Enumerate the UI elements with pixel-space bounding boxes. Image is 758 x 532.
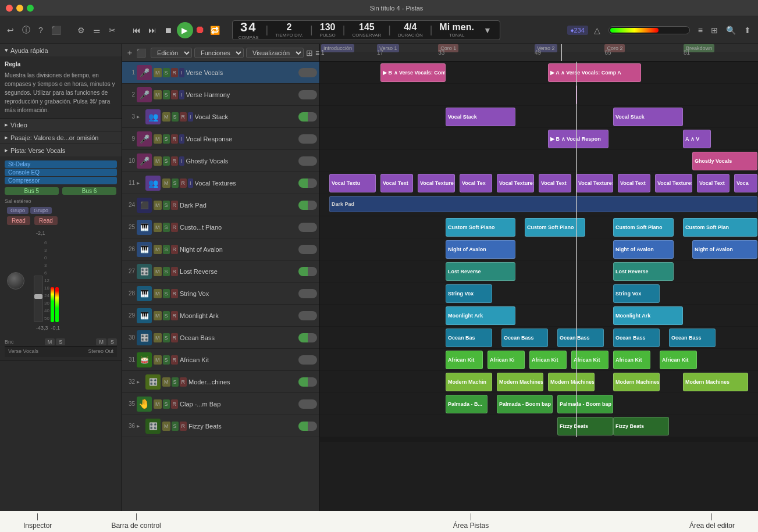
block-ocean-2[interactable]: Ocean Bass xyxy=(501,329,548,347)
tracks-scroll[interactable]: 1 🎤 M S R I Verse Vocals 2 🎤 M S R I xyxy=(122,62,319,511)
search-icon[interactable]: 🔍 xyxy=(724,24,738,36)
block-ocean-5[interactable]: Ocean Bass xyxy=(669,329,716,347)
block-clap-1[interactable]: Palmada - B... xyxy=(446,395,487,413)
visualizacion-select[interactable]: Visualización xyxy=(246,48,304,58)
record-btn-31[interactable]: R xyxy=(171,355,179,365)
mute-btn-30[interactable]: M xyxy=(154,333,162,342)
block-noa-3[interactable]: Night of Avalon xyxy=(692,240,757,259)
add-track-button[interactable]: ＋ xyxy=(126,48,134,58)
mute-btn-35[interactable]: M xyxy=(154,399,162,409)
block-african-1[interactable]: African Kit xyxy=(446,351,483,369)
stop-button[interactable]: ⏹ xyxy=(161,24,175,36)
track-row-27[interactable]: 27 🎛️ M S R Lost Reverse xyxy=(122,260,319,283)
read-button-2[interactable]: Read xyxy=(34,216,58,225)
mute-btn-2[interactable]: M xyxy=(154,90,162,99)
track-row-26[interactable]: 26 🎹 M S R Night of Avalon xyxy=(122,238,319,260)
compressor-plugin[interactable]: Compressor xyxy=(5,177,117,184)
block-vt-5[interactable]: Vocal Textures xyxy=(497,174,534,192)
block-vocal-stack-1[interactable]: Vocal Stack xyxy=(446,108,515,126)
pan-knob[interactable] xyxy=(7,272,24,290)
m-button2[interactable]: M xyxy=(96,338,106,345)
track-row-31[interactable]: 31 🥁 M S R African Kit xyxy=(122,349,319,371)
grid-icon[interactable]: ⊞ xyxy=(709,24,720,36)
s-button2[interactable]: S xyxy=(108,338,117,345)
block-custom-piano-2[interactable]: Custom Soft Piano xyxy=(525,218,585,237)
inspector-ayuda-header[interactable]: ▾ Ayuda rápida xyxy=(0,44,122,56)
track-toggle-36[interactable] xyxy=(298,422,317,431)
mixer-icon[interactable]: ⚌ xyxy=(91,24,103,36)
input-btn-11[interactable]: I xyxy=(188,178,193,188)
block-modern-5[interactable]: Modern Machines xyxy=(683,373,748,391)
track-row-35[interactable]: 35 🤚 M S R Clap -...m Bap xyxy=(122,393,319,415)
block-vocal-resp-2[interactable]: A ∧ V xyxy=(683,130,711,148)
info-icon[interactable]: ⓘ xyxy=(20,24,33,37)
mute-btn-26[interactable]: M xyxy=(154,245,162,254)
track-row-2[interactable]: 2 🎤 M S R I Verse Harmony xyxy=(122,84,319,106)
track-toggle-27[interactable] xyxy=(298,267,317,276)
block-string-vox-1[interactable]: String Vox xyxy=(446,284,492,303)
block-lost-rev-2[interactable]: Lost Reverse xyxy=(613,262,674,281)
block-dark-pad[interactable]: Dark Pad xyxy=(329,196,757,212)
solo-btn-25[interactable]: S xyxy=(163,223,170,232)
block-african-6[interactable]: African Kit xyxy=(660,351,697,369)
edition-select[interactable]: Edición xyxy=(151,48,192,58)
list-icon[interactable]: ≡ xyxy=(696,24,705,36)
track-icon-25[interactable]: 🎹 xyxy=(137,220,152,235)
track-icon-30[interactable]: 🎛️ xyxy=(137,330,152,345)
automation-icon[interactable]: ♦234 xyxy=(567,26,588,35)
solo-btn-26[interactable]: S xyxy=(163,245,170,254)
block-modern-2[interactable]: Modern Machines xyxy=(497,373,543,391)
track-toggle-3[interactable] xyxy=(298,112,317,122)
input-btn-1[interactable]: I xyxy=(179,68,184,77)
alert-icon[interactable]: △ xyxy=(592,24,603,36)
solo-btn-3[interactable]: S xyxy=(172,112,179,122)
track-row-36[interactable]: 36 ▸ 🎛️ M S R Fizzy Beats xyxy=(122,415,319,437)
grid-view-icon[interactable]: ⊞ xyxy=(306,48,313,58)
m-button[interactable]: M xyxy=(45,338,55,345)
track-icon-35[interactable]: 🤚 xyxy=(137,397,152,412)
track-toggle-11[interactable] xyxy=(298,178,317,188)
track-icon-24[interactable]: ⬛ xyxy=(137,198,152,213)
block-ghostly-vocals[interactable]: Ghostly Vocals xyxy=(692,152,757,170)
block-vt-7[interactable]: Vocal Textures xyxy=(576,174,613,192)
solo-btn-2[interactable]: S xyxy=(163,90,170,99)
track-row-10[interactable]: 10 🎤 M S R I Ghostly Vocals xyxy=(122,150,319,172)
inspector-pista-header[interactable]: ▸ Pista: Verse Vocals xyxy=(0,144,122,156)
block-string-vox-2[interactable]: String Vox xyxy=(613,284,660,303)
track-toggle-28[interactable] xyxy=(298,289,317,298)
fader-slider[interactable] xyxy=(34,276,43,322)
track-icon-28[interactable]: 🎹 xyxy=(137,286,152,301)
expand-arrow-36[interactable]: ▸ xyxy=(137,423,144,429)
track-toggle-31[interactable] xyxy=(298,355,317,365)
block-clap-2[interactable]: Palmada - Boom bap xyxy=(497,395,553,413)
block-noa-2[interactable]: Night of Avalon xyxy=(613,240,674,259)
grupo-button-1[interactable]: Grupo xyxy=(7,207,29,214)
track-icon-27[interactable]: 🎛️ xyxy=(137,264,152,279)
block-vt-1[interactable]: Vocal Textu xyxy=(329,174,376,192)
track-row-11[interactable]: 11 ▸ 👥 M S R I Vocal Textures xyxy=(122,172,319,194)
solo-btn-31[interactable]: S xyxy=(163,355,170,365)
block-vocal-resp-1[interactable]: ▶ B ∧ Vocal Respon xyxy=(548,130,608,148)
mute-btn-11[interactable]: M xyxy=(162,178,170,188)
block-fizzy-1[interactable]: Fizzy Beats xyxy=(557,417,613,435)
track-icon-29[interactable]: 🎹 xyxy=(137,308,152,323)
track-row-32[interactable]: 32 ▸ 🎛️ M S R Moder...chines xyxy=(122,371,319,393)
block-verse-vocals-2[interactable]: ▶ A ∧ Verse Vocals: Comp A xyxy=(548,63,641,82)
block-fizzy-2[interactable]: Fizzy Beats xyxy=(613,417,669,435)
funciones-select[interactable]: Funciones xyxy=(194,48,244,58)
nav-back-icon[interactable]: ↩ xyxy=(5,24,16,36)
block-vt-6[interactable]: Vocal Text xyxy=(539,174,571,192)
record-btn-10[interactable]: R xyxy=(171,156,179,166)
track-row-3[interactable]: 3 ▸ 👥 M S R I Vocal Stack xyxy=(122,106,319,128)
record-btn-30[interactable]: R xyxy=(171,333,179,342)
mute-btn-1[interactable]: M xyxy=(154,68,162,77)
help-icon[interactable]: ? xyxy=(36,24,45,36)
tracks-content[interactable]: ▶ B ∧ Verse Vocals: Comp B ▶ A ∧ Verse V… xyxy=(320,62,758,511)
solo-btn-35[interactable]: S xyxy=(163,399,170,409)
mute-btn-27[interactable]: M xyxy=(154,267,162,276)
fast-forward-button[interactable]: ⏭ xyxy=(145,24,159,36)
h-scrollbar[interactable] xyxy=(320,437,758,442)
track-toggle-25[interactable] xyxy=(298,223,317,232)
record-btn-28[interactable]: R xyxy=(171,289,179,298)
block-vt-3[interactable]: Vocal Textures xyxy=(418,174,455,192)
